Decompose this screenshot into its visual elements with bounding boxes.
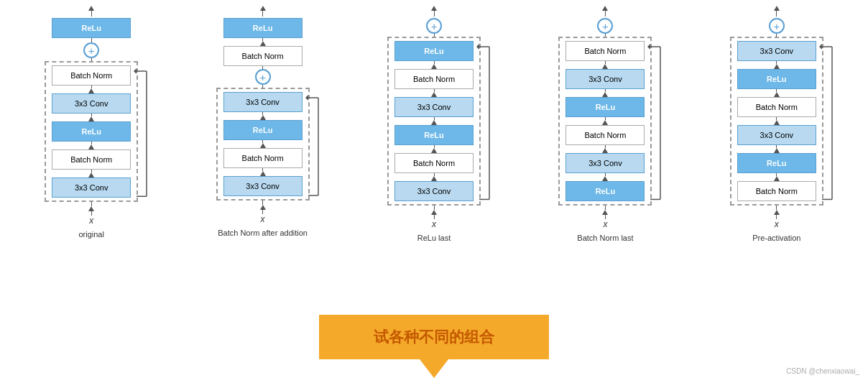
batch-norm-5: Batch Norm xyxy=(394,153,474,173)
plus-5: + xyxy=(769,18,785,34)
batch-norm-top-2: Batch Norm xyxy=(223,46,303,66)
diagram-batch-norm-after: ReLu Batch Norm + 3x3 Conv xyxy=(180,6,345,237)
top-arrow-1 xyxy=(88,6,94,17)
plus-4: + xyxy=(597,18,613,34)
x-label-5: x xyxy=(775,219,779,229)
relu-top-2: ReLu xyxy=(223,18,303,38)
dashed-box-4: Batch Norm 3x3 Conv ReLu Batch Norm 3x3 … xyxy=(558,37,652,206)
batch-norm-7: Batch Norm xyxy=(565,125,645,145)
skip-arrow-4 xyxy=(647,40,663,203)
banner: 试各种不同的组合 xyxy=(319,315,549,378)
relu-4b: ReLu xyxy=(565,181,645,201)
conv-3: 3x3 Conv xyxy=(223,92,303,112)
batch-norm-1: Batch Norm xyxy=(52,65,131,86)
batch-norm-3: Batch Norm xyxy=(223,148,303,168)
diagram-label-3: ReLu last xyxy=(417,234,451,242)
svg-marker-11 xyxy=(476,44,479,50)
diagram-label-4: Batch Norm last xyxy=(577,234,633,242)
csdn-watermark: CSDN @chenxiaowai_ xyxy=(786,367,859,375)
banner-text: 试各种不同的组合 xyxy=(319,315,549,359)
dashed-box-2: 3x3 Conv ReLu Batch Norm 3x3 Conv xyxy=(216,88,310,200)
conv-1: 3x3 Conv xyxy=(52,93,131,114)
skip-arrow-3 xyxy=(476,40,492,203)
relu-block-top: ReLu xyxy=(52,18,131,38)
x-label-2: x xyxy=(261,214,265,224)
conv-10: 3x3 Conv xyxy=(737,125,816,145)
skip-arrow-1 xyxy=(134,64,149,199)
diagram-batch-norm-last: + Batch Norm 3x3 Conv ReLu Ba xyxy=(522,6,688,242)
relu-5b: ReLu xyxy=(737,153,816,173)
diagram-original: ReLu + Batch Norm 3x3 Conv xyxy=(9,6,174,239)
diagram-label-5: Pre-activation xyxy=(752,234,800,242)
relu-4a: ReLu xyxy=(565,97,645,117)
batch-norm-2: Batch Norm xyxy=(52,149,131,170)
svg-marker-7 xyxy=(305,95,308,101)
conv-8: 3x3 Conv xyxy=(565,153,645,173)
diagram-label-1: original xyxy=(78,230,103,239)
batch-norm-9: Batch Norm xyxy=(737,181,816,201)
conv-4: 3x3 Conv xyxy=(223,176,303,196)
skip-arrow-5 xyxy=(819,40,835,203)
svg-marker-19 xyxy=(819,44,822,50)
relu-3b: ReLu xyxy=(394,125,474,145)
diagram-label-2: Batch Norm after addition xyxy=(218,229,308,237)
diagram-relu-last: + ReLu Batch Norm 3x3 Conv Re xyxy=(351,6,517,242)
relu-5a: ReLu xyxy=(737,69,816,89)
dashed-box-3: ReLu Batch Norm 3x3 Conv ReLu Batch Norm… xyxy=(387,37,481,206)
plus-3: + xyxy=(426,18,442,34)
batch-norm-4: Batch Norm xyxy=(394,69,474,89)
diagram-pre-activation: + 3x3 Conv ReLu Batch Norm 3x xyxy=(694,6,859,242)
skip-arrow-2 xyxy=(305,91,321,198)
conv-2: 3x3 Conv xyxy=(52,178,131,198)
conv-5: 3x3 Conv xyxy=(394,97,474,117)
x-label-4: x xyxy=(603,219,607,229)
relu-3a: ReLu xyxy=(394,41,474,61)
svg-marker-3 xyxy=(134,68,137,74)
x-label-1: x xyxy=(89,216,93,226)
conv-9: 3x3 Conv xyxy=(737,41,816,61)
dashed-box-1: Batch Norm 3x3 Conv ReLu Batch Norm 3x3 … xyxy=(45,61,138,202)
plus-circle-1: + xyxy=(83,42,99,58)
plus-2: + xyxy=(255,69,271,85)
batch-norm-8: Batch Norm xyxy=(737,97,816,117)
relu-1: ReLu xyxy=(52,121,131,142)
conv-6: 3x3 Conv xyxy=(394,181,474,201)
relu-2: ReLu xyxy=(223,120,303,140)
dashed-box-5: 3x3 Conv ReLu Batch Norm 3x3 Conv ReLu B… xyxy=(730,37,823,206)
x-label-3: x xyxy=(432,219,436,229)
conv-7: 3x3 Conv xyxy=(565,69,645,89)
svg-marker-15 xyxy=(647,44,650,50)
batch-norm-6: Batch Norm xyxy=(565,41,645,61)
